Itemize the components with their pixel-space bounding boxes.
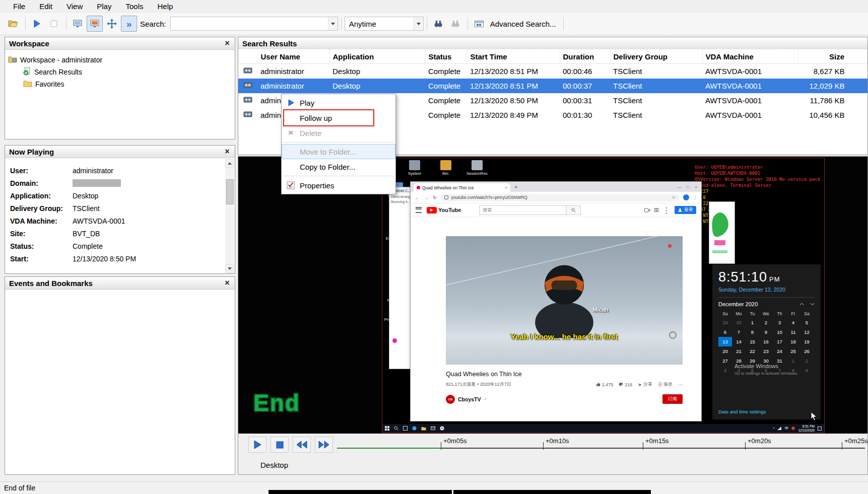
recorded-desktop-frame: SystemBin-SessionRec Citrix HDX MonitorC… [382,158,825,433]
time-filter-combobox[interactable]: Anytime [345,17,424,31]
column-header-user-name[interactable]: User Name [257,49,329,64]
field-label: Status: [10,242,73,250]
close-icon[interactable]: × [223,39,232,47]
tree-item-favorites[interactable]: Favorites [23,78,232,90]
field-value: TSClient [73,204,100,213]
start-icon [385,426,389,431]
calendar-day: 22 [746,346,759,356]
cell-start-time: 12/13/2020 8:49 PM [467,108,560,122]
column-header-application[interactable]: Application [329,49,425,64]
scroll-down-icon[interactable] [225,264,234,273]
video-actions: 2,475 216 ➤分享 ☰保存 [596,381,683,388]
cell-size: 11,786 KB [798,93,867,108]
stop-button[interactable] [271,437,289,453]
fit-to-window-icon[interactable] [87,16,103,32]
close-icon[interactable]: × [223,148,232,156]
bginfo-line: OSVersion: Windows Server 2016 No servic… [695,176,821,182]
field-value: administrator [73,167,113,175]
search-dropdown-icon[interactable] [328,17,338,30]
youtube-video-frame: Micah Yeah I know... he has it in first [446,236,683,365]
stop-icon[interactable] [46,16,62,32]
bginfo-line: 52.0 [695,194,821,200]
calendar-dow: We [759,310,773,318]
bginfo-line: Stand-alone, Terminal Server [695,182,821,188]
advanced-search-label[interactable]: Advanced Search... [490,20,556,28]
field-label: User: [10,167,73,175]
more-options-icon: ⋮ [662,205,671,215]
session-film-icon [238,79,257,93]
scrollbar[interactable] [225,159,234,273]
advanced-search-icon[interactable] [471,16,487,32]
context-menu-item-follow-up[interactable]: Follow up [282,110,395,125]
desktop-icon-label: System [408,171,422,176]
column-header-status[interactable]: Status [425,49,467,64]
field-value: 12/13/2020 8:50 PM [73,255,136,263]
calendar-day: 15 [746,337,759,346]
column-header-icon[interactable] [238,49,257,64]
calendar-day: 30 [732,318,746,327]
clock-time: 8:51:10PM [718,269,815,285]
timeline-label: +0m10s [546,437,569,445]
context-menu-item-properties[interactable]: Properties [282,178,395,193]
session-row[interactable]: administratorDesktopComplete12/13/2020 8… [238,79,867,93]
scrollbar-thumb[interactable] [226,179,234,204]
column-header-vda-machine[interactable]: VDA Machine [702,49,798,64]
menu-play[interactable]: Play [90,1,118,12]
tray-app-icon [791,427,795,430]
menu-help[interactable]: Help [151,1,180,12]
column-header-size[interactable]: Size [798,49,867,64]
calendar-day: 12 [800,327,814,337]
column-header-duration[interactable]: Duration [560,49,610,64]
column-header-delivery-group[interactable]: Delivery Group [610,49,702,64]
calendar-day: 5 [800,318,814,327]
redacted-value [73,179,121,187]
file-explorer-icon [421,427,426,431]
calendar-day: 7 [732,327,746,337]
network-icon [777,427,781,430]
time-filter-value: Anytime [345,20,414,28]
rewind-button[interactable] [293,437,311,453]
calendar-day: 3 [718,366,732,375]
now-playing-field-domain: Domain: [10,177,221,189]
search-input[interactable] [171,18,328,29]
search-label: Search: [140,20,166,28]
menu-file[interactable]: File [6,1,32,12]
session-row[interactable]: administratorDesktopComplete12/13/2020 8… [238,64,867,79]
session-film-icon [238,64,257,79]
cell-duration: 00:00:31 [560,93,610,108]
context-menu: PlayFollow up×DeleteMove to Folder...Cop… [281,94,396,194]
column-header-start-time[interactable]: Start Time [467,49,560,64]
close-icon[interactable]: × [223,279,232,287]
menu-edit[interactable]: Edit [32,1,59,12]
toolbar-separator [427,17,427,30]
toolbar-separator [563,17,564,30]
cell-status: Complete [425,93,467,108]
cell-start-time: 12/13/2020 8:51 PM [467,79,560,93]
context-menu-item-play[interactable]: Play [282,95,395,110]
time-filter-dropdown-icon[interactable] [414,17,423,30]
fast-mode-icon[interactable]: » [121,16,137,32]
recorded-taskbar: ^ 中 8:51 PM 12/13/2020 [382,424,824,433]
playback-timeline[interactable]: +0m05s+0m10s+0m15s+0m20s+0m25s [337,435,867,455]
scroll-up-icon[interactable] [225,159,234,168]
menu-view[interactable]: View [59,1,90,12]
menu-tools[interactable]: Tools [118,1,150,12]
fast-forward-button[interactable] [315,437,333,453]
scale-to-size-icon[interactable] [70,16,86,32]
binoculars-search-icon[interactable] [430,16,446,32]
tree-item-workspace-root[interactable]: Workspace - administrator [8,54,232,66]
open-folder-icon[interactable] [5,16,21,32]
tree-item-search-results[interactable]: Search Results [23,66,232,78]
now-playing-field-application: Application:Desktop [10,189,221,202]
search-combobox [170,17,338,31]
events-title: Events and Bookmarks [9,279,93,288]
activate-windows-watermark: Activate Windows [735,363,778,369]
pan-icon[interactable] [104,16,120,32]
play-button[interactable] [248,437,266,453]
timeline-tick [842,442,842,450]
play-icon[interactable] [29,16,45,32]
now-playing-field-delivery-group: Delivery Group:TSClient [10,202,221,215]
cell-delivery-group: TSClient [610,93,702,108]
context-menu-item-copy-to-folder[interactable]: Copy to Folder... [282,159,395,174]
video-title: Quad Wheelies on Thin Ice [446,371,683,378]
